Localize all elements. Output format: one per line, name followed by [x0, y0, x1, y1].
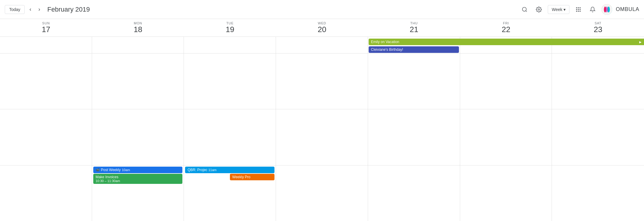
cell-wed-2[interactable] — [276, 109, 368, 165]
prev-button[interactable]: ‹ — [27, 4, 34, 15]
svg-rect-10 — [578, 11, 579, 12]
make-invoices-time: 10:30 – 11:30am — [96, 179, 180, 183]
apps-button[interactable] — [573, 4, 584, 15]
allday-cell-sun — [0, 37, 92, 53]
cell-mon-1[interactable] — [92, 53, 184, 109]
allday-cell-mon — [92, 37, 184, 53]
cell-fri-3[interactable] — [460, 165, 552, 221]
cell-fri-1[interactable] — [460, 53, 552, 109]
cell-sat-1[interactable] — [552, 53, 644, 109]
cell-thu-3[interactable] — [368, 165, 460, 221]
emily-vacation-event[interactable]: Emily on Vacation ▶ — [369, 39, 644, 45]
post-weekly-event[interactable]: 📹 Post Weekly 10am — [93, 167, 183, 173]
settings-button[interactable] — [533, 4, 544, 15]
cell-sat-2[interactable] — [552, 109, 644, 165]
make-invoices-event[interactable]: Make Invoices 10:30 – 11:30am — [93, 174, 183, 184]
view-label: Week — [552, 7, 562, 12]
cell-sat-3[interactable] — [552, 165, 644, 221]
svg-rect-9 — [576, 11, 577, 12]
cell-thu-1[interactable] — [368, 53, 460, 109]
allday-cell-wed — [276, 37, 368, 53]
allday-cell-tue — [184, 37, 276, 53]
cell-sun-2[interactable] — [0, 109, 92, 165]
day-header-sun: SUN 17 — [0, 21, 92, 34]
avatar[interactable] — [602, 4, 612, 15]
dropdown-arrow: ▾ — [564, 7, 566, 12]
svg-rect-6 — [576, 9, 577, 10]
settings-icon — [536, 7, 542, 12]
day-header-fri: FRI 22 — [460, 21, 552, 34]
make-invoices-title: Make Invoices — [96, 175, 180, 179]
calendar-row-1 — [0, 53, 644, 109]
cell-mon-2[interactable] — [92, 109, 184, 165]
calendar-body: 📹 Post Weekly 10am Make Invoices 10:30 –… — [0, 53, 644, 221]
post-weekly-time: 10am — [122, 168, 130, 172]
calendar-row-3: 📹 Post Weekly 10am Make Invoices 10:30 –… — [0, 165, 644, 221]
calendar: SUN 17 MON 18 TUE 19 WED 20 THU 21 FRI 2… — [0, 19, 644, 221]
day-header-mon: MON 18 — [92, 21, 184, 34]
notifications-button[interactable] — [587, 4, 598, 15]
cell-sun-3[interactable] — [0, 165, 92, 221]
search-button[interactable] — [519, 4, 530, 15]
day-header-thu: THU 21 — [368, 21, 460, 34]
svg-line-1 — [526, 10, 527, 12]
post-weekly-title: Post Weekly — [101, 168, 121, 172]
header-actions: Week ▾ OMBULA — [519, 4, 639, 15]
cell-tue-2[interactable] — [184, 109, 276, 165]
view-selector[interactable]: Week ▾ — [548, 5, 569, 14]
qbr-title: QBR: Projec — [187, 168, 207, 172]
weekly-pro-title: Weekly Pro — [232, 175, 250, 179]
day-header-tue: TUE 19 — [184, 21, 276, 34]
today-button[interactable]: Today — [5, 5, 25, 14]
day-header-wed: WED 20 — [276, 21, 368, 34]
cell-sun-1[interactable] — [0, 53, 92, 109]
svg-point-15 — [606, 7, 608, 12]
cell-tue-1[interactable] — [184, 53, 276, 109]
apps-icon — [575, 7, 581, 12]
svg-rect-3 — [576, 7, 577, 8]
svg-rect-8 — [580, 9, 580, 10]
birthday-event[interactable]: Cleiviane's Birthday! — [369, 46, 459, 53]
svg-rect-4 — [578, 7, 579, 8]
vacation-arrow-icon: ▶ — [639, 40, 642, 44]
brand-name: OMBULA — [616, 6, 639, 12]
qbr-event[interactable]: QBR: Projec 11am — [185, 167, 274, 173]
cell-mon-3[interactable]: 📹 Post Weekly 10am Make Invoices 10:30 –… — [92, 165, 184, 221]
bell-icon — [590, 7, 596, 12]
svg-point-0 — [523, 7, 526, 11]
svg-rect-11 — [580, 11, 580, 12]
weekly-pro-event[interactable]: Weekly Pro — [230, 174, 274, 180]
cell-wed-3[interactable] — [276, 165, 368, 221]
birthday-event-title: Cleiviane's Birthday! — [371, 48, 403, 52]
calendar-row-2 — [0, 109, 644, 165]
day-headers: SUN 17 MON 18 TUE 19 WED 20 THU 21 FRI 2… — [0, 19, 644, 37]
cell-thu-2[interactable] — [368, 109, 460, 165]
cell-wed-1[interactable] — [276, 53, 368, 109]
svg-rect-5 — [580, 7, 580, 8]
cell-fri-2[interactable] — [460, 109, 552, 165]
next-button[interactable]: › — [36, 4, 42, 15]
month-title: February 2019 — [47, 6, 517, 13]
qbr-time-val: 11am — [208, 168, 217, 172]
vacation-event-title: Emily on Vacation — [371, 40, 399, 44]
cell-tue-3[interactable]: QBR: Projec 11am Weekly Pro — [184, 165, 276, 221]
allday-row: Emily on Vacation ▶ Cleiviane's Birthday… — [0, 37, 644, 53]
app-header: Today ‹ › February 2019 Week ▾ — [0, 0, 644, 19]
video-camera-icon: 📹 — [96, 168, 100, 172]
svg-rect-7 — [578, 9, 579, 10]
svg-point-2 — [538, 9, 540, 10]
search-icon — [522, 7, 528, 12]
day-header-sat: SAT 23 — [552, 21, 644, 34]
